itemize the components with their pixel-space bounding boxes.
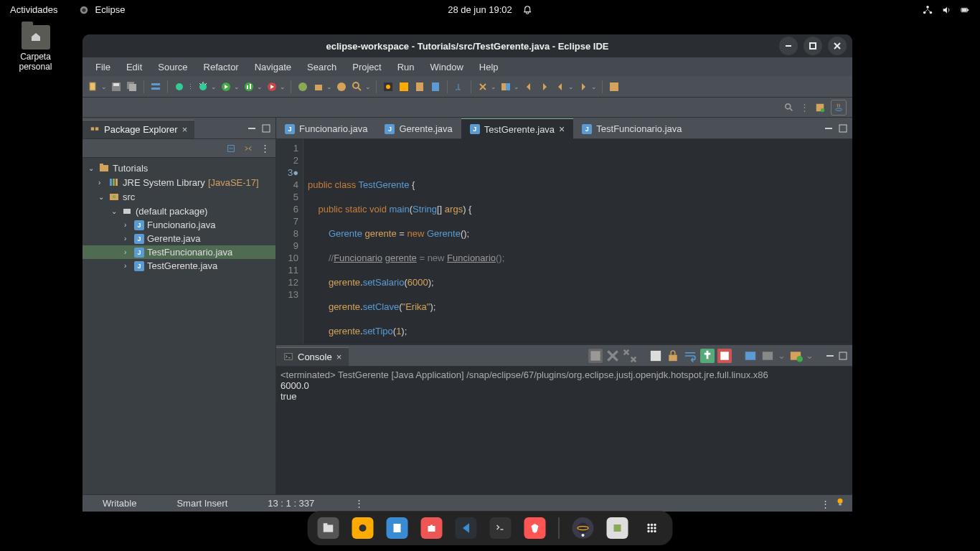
file-node[interactable]: ›JFuncionario.java bbox=[83, 218, 275, 232]
maximize-button[interactable] bbox=[804, 37, 822, 55]
menu-refactor[interactable]: Refactor bbox=[197, 60, 246, 75]
editor-tab[interactable]: JGerente.java bbox=[376, 119, 461, 138]
new-package-icon[interactable] bbox=[312, 80, 325, 93]
project-node[interactable]: ⌄Tutorials bbox=[83, 161, 275, 175]
close-icon[interactable]: × bbox=[559, 123, 565, 135]
code-editor[interactable]: 123●45678910111213 public class TestGere… bbox=[276, 139, 852, 344]
collapse-all-icon[interactable] bbox=[226, 143, 236, 154]
package-explorer-tab[interactable]: Package Explorer × bbox=[83, 120, 194, 138]
display-selected-icon[interactable] bbox=[743, 349, 758, 363]
breakpoint-icon[interactable] bbox=[173, 80, 186, 93]
view-menu-icon[interactable]: ⋮ bbox=[260, 143, 270, 154]
forward-annotation-icon[interactable] bbox=[538, 80, 551, 93]
remove-all-icon[interactable] bbox=[623, 349, 637, 363]
java-perspective-button[interactable] bbox=[831, 100, 847, 116]
tip-icon[interactable]: ⋮ bbox=[821, 497, 852, 509]
menu-edit[interactable]: Edit bbox=[119, 60, 149, 75]
open-type-icon[interactable] bbox=[335, 80, 348, 93]
menu-file[interactable]: File bbox=[88, 60, 118, 75]
editor-tab-active[interactable]: JTestGerente.java× bbox=[461, 118, 573, 139]
menu-source[interactable]: Source bbox=[151, 60, 194, 75]
remove-launch-icon[interactable] bbox=[606, 349, 620, 363]
last-edit-icon[interactable] bbox=[554, 80, 567, 93]
show-whitespace-icon[interactable] bbox=[453, 80, 466, 93]
close-icon[interactable]: × bbox=[336, 352, 342, 362]
menu-run[interactable]: Run bbox=[390, 60, 422, 75]
minimize-view-icon[interactable] bbox=[824, 123, 834, 133]
menu-navigate[interactable]: Navigate bbox=[248, 60, 298, 75]
perspective-icon[interactable] bbox=[608, 80, 621, 93]
window-titlebar[interactable]: eclipse-workspace - Tutorials/src/TestGe… bbox=[83, 34, 852, 57]
activities-button[interactable]: Actividades bbox=[10, 4, 57, 15]
toggle-breadcrumb-icon[interactable] bbox=[149, 80, 162, 93]
clock-label[interactable]: 28 de jun 19:02 bbox=[448, 4, 512, 15]
nav-back-icon[interactable] bbox=[577, 80, 590, 93]
minimize-button[interactable] bbox=[779, 37, 798, 55]
package-node[interactable]: ⌄(default package) bbox=[83, 204, 275, 218]
search-icon[interactable] bbox=[351, 80, 364, 93]
word-wrap-icon[interactable] bbox=[683, 349, 697, 363]
libreoffice-app-icon[interactable] bbox=[387, 517, 408, 539]
src-folder-node[interactable]: ⌄src bbox=[83, 189, 275, 204]
library-node[interactable]: ›JRE System Library [JavaSE-17] bbox=[83, 175, 275, 189]
minimize-view-icon[interactable] bbox=[247, 123, 257, 133]
current-app-indicator[interactable]: Eclipse bbox=[79, 4, 125, 15]
archive-app-icon[interactable] bbox=[607, 517, 628, 539]
console-output[interactable]: <terminated> TestGerente [Java Applicati… bbox=[276, 367, 852, 494]
show-apps-icon[interactable] bbox=[641, 517, 663, 539]
scroll-lock-icon[interactable] bbox=[666, 349, 680, 363]
link-icon[interactable] bbox=[499, 80, 512, 93]
maximize-view-icon[interactable] bbox=[261, 123, 271, 133]
brave-app-icon[interactable] bbox=[524, 517, 546, 539]
file-node[interactable]: ›JTestGerente.java bbox=[83, 259, 275, 273]
file-node[interactable]: ›JGerente.java bbox=[83, 232, 275, 245]
files-app-icon[interactable] bbox=[318, 517, 339, 539]
maximize-view-icon[interactable] bbox=[838, 351, 848, 361]
clear-console-icon[interactable] bbox=[649, 349, 663, 363]
console-tab[interactable]: Console × bbox=[276, 347, 349, 366]
menu-window[interactable]: Window bbox=[423, 60, 471, 75]
maximize-view-icon[interactable] bbox=[838, 123, 848, 133]
minimize-view-icon[interactable] bbox=[825, 351, 835, 361]
coverage-icon[interactable] bbox=[242, 80, 255, 93]
run-icon[interactable] bbox=[220, 80, 232, 93]
debug-icon[interactable] bbox=[197, 80, 209, 93]
status-menu-icon[interactable]: ⋮ bbox=[334, 498, 384, 509]
save-icon[interactable] bbox=[110, 80, 123, 93]
editor-tab[interactable]: JFuncionario.java bbox=[276, 119, 376, 138]
back-annotation-icon[interactable] bbox=[522, 80, 535, 93]
software-app-icon[interactable] bbox=[421, 517, 443, 539]
network-icon[interactable] bbox=[923, 5, 933, 15]
toggle-mark-icon[interactable] bbox=[382, 80, 395, 93]
rhythmbox-app-icon[interactable] bbox=[352, 517, 374, 539]
home-folder-icon[interactable]: Carpeta personal bbox=[9, 25, 62, 72]
pin-console-icon[interactable] bbox=[700, 349, 715, 363]
save-all-icon[interactable] bbox=[126, 80, 138, 93]
terminal-app-icon[interactable] bbox=[490, 517, 512, 539]
bell-icon[interactable] bbox=[522, 5, 532, 15]
battery-icon[interactable] bbox=[960, 5, 970, 15]
link-editor-icon[interactable] bbox=[243, 143, 253, 154]
pin-icon[interactable] bbox=[429, 80, 442, 93]
close-button[interactable] bbox=[828, 37, 847, 55]
new-class-icon[interactable] bbox=[296, 80, 309, 93]
code-content[interactable]: public class TestGerente { public static… bbox=[303, 139, 852, 344]
close-icon[interactable]: × bbox=[182, 124, 188, 135]
external-tools-icon[interactable] bbox=[265, 80, 278, 93]
show-console-icon[interactable] bbox=[717, 349, 732, 363]
volume-icon[interactable] bbox=[941, 5, 951, 15]
annotation-icon[interactable] bbox=[397, 80, 410, 93]
menu-search[interactable]: Search bbox=[300, 60, 344, 75]
line-gutter[interactable]: 123●45678910111213 bbox=[276, 139, 303, 344]
open-perspective-icon[interactable] bbox=[815, 103, 825, 113]
task-icon[interactable] bbox=[413, 80, 426, 93]
file-node[interactable]: ›JTestFuncionario.java bbox=[83, 245, 275, 259]
sync-icon[interactable] bbox=[476, 80, 489, 93]
quick-search-icon[interactable] bbox=[784, 103, 794, 113]
new-icon[interactable] bbox=[87, 80, 100, 93]
menu-project[interactable]: Project bbox=[345, 60, 388, 75]
menu-help[interactable]: Help bbox=[472, 60, 506, 75]
vscode-app-icon[interactable] bbox=[456, 517, 477, 539]
new-console-icon[interactable] bbox=[788, 349, 803, 363]
editor-tab[interactable]: JTestFuncionario.java bbox=[573, 119, 690, 138]
